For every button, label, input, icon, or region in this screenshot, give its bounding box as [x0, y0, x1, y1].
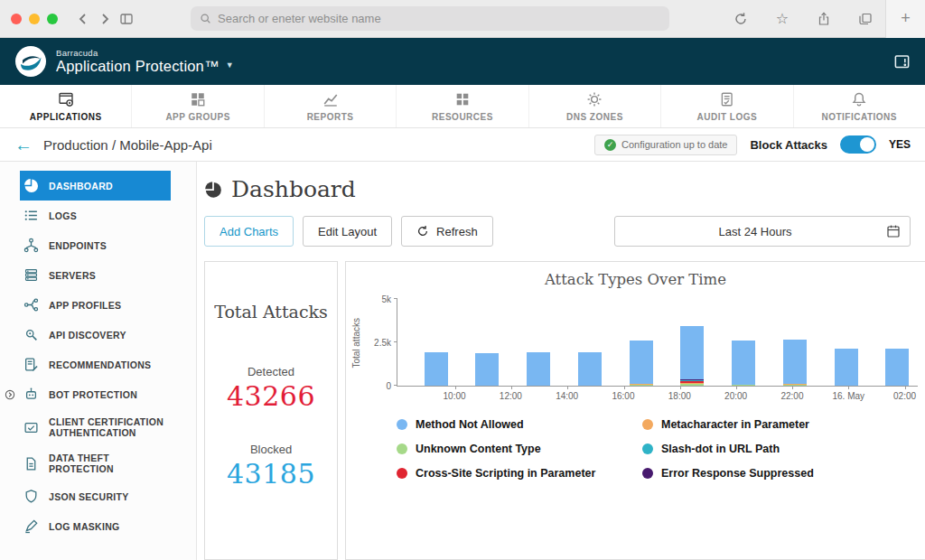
feedback-icon[interactable] [893, 53, 911, 70]
chart-bar[interactable] [425, 352, 448, 386]
legend-color-dot [397, 419, 407, 430]
attack-types-chart-card: Attack Types Over Time Total attacks 02.… [345, 261, 925, 560]
legend-label: Error Response Suppressed [661, 467, 814, 480]
notifications-icon [851, 91, 867, 107]
bar-segment-unknown-content-type [630, 385, 653, 386]
sidebar-item-label: CLIENT CERTIFICATION AUTHENTICATION [49, 416, 167, 438]
back-arrow-icon[interactable]: ← [14, 135, 33, 154]
check-icon: ✓ [604, 139, 616, 151]
applications-icon [58, 91, 74, 107]
brand-block[interactable]: Barracuda Application Protection™ ▼ [56, 49, 234, 75]
address-bar[interactable]: Search or eneter website name [191, 6, 669, 31]
app-profiles-icon [23, 297, 39, 313]
endpoints-icon [23, 238, 39, 253]
sidebar-item-api-discovery[interactable]: API DISCOVERY [20, 320, 171, 350]
new-tab-button[interactable]: + [885, 0, 925, 38]
dns-zones-icon [586, 91, 603, 107]
block-attacks-toggle[interactable] [840, 135, 876, 154]
sidebar-item-bot-protection[interactable]: BOT PROTECTION [20, 379, 171, 409]
nav-tab-label: REPORTS [307, 112, 354, 122]
nav-tab-app-groups[interactable]: APP GROUPS [131, 85, 263, 127]
sidebar-item-logs[interactable]: LOGS [20, 201, 171, 230]
chart-bar[interactable] [885, 349, 909, 386]
bar-segment-method-not-allowed [527, 352, 550, 386]
collapsed-section-marker-icon[interactable] [5, 389, 15, 400]
add-charts-button[interactable]: Add Charts [204, 216, 294, 247]
total-attacks-title: Total Attacks [205, 302, 337, 322]
bar-segment-method-not-allowed [885, 349, 909, 386]
sidebar-item-data-theft-protection[interactable]: DATA THEFT PROTECTION [20, 445, 171, 481]
share-icon[interactable] [813, 10, 835, 28]
nav-tab-resources[interactable]: RESOURCES [396, 85, 528, 127]
legend-color-dot [642, 468, 653, 479]
json-security-icon [23, 489, 39, 504]
audit-logs-icon [719, 91, 735, 107]
bookmark-star-icon[interactable]: ☆ [771, 10, 793, 28]
resources-icon [454, 91, 471, 107]
nav-tab-label: APP GROUPS [165, 112, 230, 122]
nav-tab-audit-logs[interactable]: AUDIT LOGS [660, 85, 792, 127]
recommendations-icon [23, 357, 39, 372]
bar-segment-method-not-allowed [578, 352, 602, 386]
x-axis-tick: 02:00 [893, 391, 916, 401]
config-badge-label: Configuration up to date [621, 139, 727, 150]
detected-label: Detected [205, 365, 337, 378]
zoom-window-button[interactable] [47, 14, 58, 24]
sidebar-item-json-security[interactable]: JSON SECURITY [20, 481, 171, 511]
minimize-window-button[interactable] [29, 14, 40, 24]
chart-bar[interactable] [630, 341, 653, 386]
browser-toolbar-right: ☆ [730, 10, 876, 28]
legend-label: Method Not Allowed [416, 418, 524, 431]
chart-bar[interactable] [475, 353, 499, 386]
data-theft-icon [23, 456, 39, 471]
chart-bar[interactable] [783, 340, 807, 386]
legend-color-dot [642, 443, 653, 454]
breadcrumb: Production / Mobile-App-Api [43, 137, 212, 153]
address-bar-placeholder: Search or eneter website name [218, 12, 381, 25]
bar-segment-method-not-allowed [783, 340, 807, 384]
legend-label: Metacharacter in Parameter [661, 418, 809, 431]
nav-tab-applications[interactable]: APPLICATIONS [0, 85, 131, 127]
date-range-select[interactable]: Last 24 Hours [614, 216, 911, 247]
y-axis-tick: 2.5k [374, 338, 391, 348]
primary-nav: APPLICATIONSAPP GROUPSREPORTSRESOURCESDN… [0, 85, 925, 128]
chart-bar[interactable] [732, 341, 755, 386]
nav-tab-notifications[interactable]: NOTIFICATIONS [793, 85, 925, 127]
nav-tab-dns-zones[interactable]: DNS ZONES [528, 85, 660, 127]
sidebar-item-label: SERVERS [49, 270, 96, 281]
chart-bar[interactable] [578, 352, 602, 386]
browser-forward-button[interactable] [94, 10, 116, 28]
refresh-button[interactable]: Refresh [401, 216, 493, 247]
history-icon[interactable] [730, 10, 752, 28]
sidebar-item-recommendations[interactable]: RECOMMENDATIONS [20, 350, 171, 379]
sidebar-item-label: RECOMMENDATIONS [49, 359, 151, 370]
reports-icon [322, 91, 339, 107]
sidebar-item-endpoints[interactable]: ENDPOINTS [20, 230, 171, 260]
sidebar-item-servers[interactable]: SERVERS [20, 260, 171, 290]
edit-layout-button[interactable]: Edit Layout [303, 216, 392, 247]
block-attacks-toggle-state: YES [889, 138, 911, 151]
main-panel: Dashboard Add Charts Edit Layout Refresh… [197, 162, 925, 560]
sidebar-item-label: DATA THEFT PROTECTION [49, 453, 167, 474]
pie-chart-icon [204, 181, 222, 199]
servers-icon [23, 267, 39, 283]
tab-overview-icon[interactable] [855, 10, 876, 28]
chart-bar[interactable] [835, 349, 858, 386]
chevron-down-icon: ▼ [226, 61, 234, 70]
chart-plot: 02.5k5k [397, 299, 918, 387]
sidebar-item-app-profiles[interactable]: APP PROFILES [20, 290, 171, 320]
nav-tab-reports[interactable]: REPORTS [264, 85, 396, 127]
close-window-button[interactable] [11, 14, 22, 24]
total-attacks-card: Total Attacks Detected 43266 Blocked 431… [204, 261, 338, 560]
chart-bar[interactable] [527, 352, 550, 386]
browser-back-button[interactable] [72, 10, 94, 28]
sidebar-toggle-icon[interactable] [116, 10, 137, 28]
chart-bar[interactable] [680, 326, 704, 386]
sidebar-item-client-certification-authentication[interactable]: CLIENT CERTIFICATION AUTHENTICATION [20, 409, 171, 445]
page-title-text: Dashboard [231, 176, 356, 202]
sidebar-item-log-masking[interactable]: LOG MASKING [20, 511, 171, 541]
product-name: Application Protection™ [56, 58, 220, 74]
sidebar-item-dashboard[interactable]: DASHBOARD [20, 171, 171, 201]
dashboard-icon [23, 178, 39, 193]
nav-tab-label: AUDIT LOGS [696, 112, 757, 122]
